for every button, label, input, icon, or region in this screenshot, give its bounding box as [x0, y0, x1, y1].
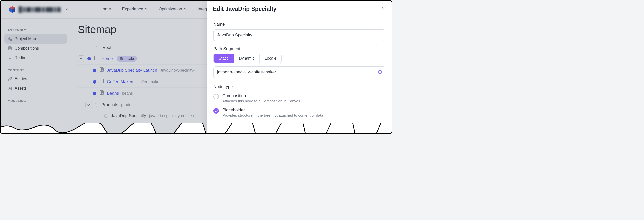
- option-desc: Attaches this node to a Composition in C…: [222, 99, 300, 103]
- primary-nav: Home Experience Optimization Integration…: [98, 1, 221, 19]
- expand-toggle[interactable]: [78, 56, 84, 62]
- node-name: Products: [101, 103, 118, 108]
- node-name[interactable]: JavaDrip Specialty Launch: [107, 68, 157, 73]
- tree-icon: [8, 37, 12, 41]
- node-status-icon: [96, 46, 99, 50]
- sidebar-item-assets[interactable]: Assets: [4, 84, 67, 93]
- nodetype-label: Node type: [214, 85, 385, 90]
- svg-rect-28: [379, 71, 382, 74]
- sidebar-item-entries[interactable]: Entries: [4, 74, 67, 84]
- node-slug: products: [121, 103, 136, 107]
- node-status-icon: [104, 114, 108, 118]
- sidebar-item-compositions[interactable]: Compositions: [4, 44, 67, 53]
- svg-point-10: [9, 88, 10, 88]
- sidebar-item-project-map[interactable]: Project Map: [4, 34, 67, 44]
- node-status-icon: [93, 69, 96, 72]
- node-slug: javadrip-specialty-coffee-m: [149, 114, 197, 118]
- workspace-name-blurred: [19, 7, 61, 13]
- node-slug: JavaDrip-Specialty-: [160, 68, 195, 73]
- node-slug: beans: [122, 91, 133, 96]
- expand-toggle[interactable]: [85, 102, 92, 108]
- node-name[interactable]: Beans: [107, 91, 119, 96]
- sidebar: ASSEMBLY Project Map Compositions Redire…: [1, 19, 71, 133]
- page-icon: [94, 56, 98, 62]
- edit-panel: Edit JavaDrip Specialty Name Path Segmen…: [207, 1, 392, 133]
- sidebar-item-redirects[interactable]: Redirects: [4, 53, 67, 63]
- node-status-icon: [87, 57, 91, 61]
- nodetype-option-placeholder[interactable]: Placeholder Provides structure in the tr…: [214, 108, 385, 117]
- chevron-right-icon: [380, 6, 385, 11]
- path-segment-label: Path Segment: [214, 47, 385, 52]
- chevron-down-icon: [65, 8, 69, 12]
- svg-rect-4: [10, 40, 12, 41]
- segment-dynamic[interactable]: Dynamic: [234, 54, 260, 63]
- sidebar-heading-content: CONTENT: [4, 66, 67, 74]
- name-label: Name: [214, 22, 385, 27]
- page-icon: [99, 90, 104, 97]
- redirect-icon: [8, 56, 12, 60]
- chevron-down-icon: [184, 7, 187, 12]
- node-name[interactable]: Coffee Makers: [107, 80, 134, 85]
- node-name: JavaDrip Specialty: [111, 113, 146, 118]
- workspace-switcher[interactable]: [9, 6, 91, 14]
- option-title: Composition: [222, 94, 300, 99]
- page-icon: [99, 67, 104, 74]
- node-status-icon: [93, 92, 96, 95]
- segment-static[interactable]: Static: [214, 54, 234, 63]
- panel-title: Edit JavaDrip Specialty: [213, 6, 276, 13]
- radio-checked-icon: [214, 108, 219, 114]
- chevron-down-icon: [144, 7, 148, 12]
- option-title: Placeholder: [222, 108, 323, 113]
- nav-experience[interactable]: Experience: [121, 1, 148, 19]
- node-status-icon: [95, 103, 98, 107]
- svg-rect-3: [8, 37, 10, 39]
- copy-icon[interactable]: [377, 69, 382, 75]
- node-name[interactable]: Home: [101, 56, 112, 61]
- nav-optimization[interactable]: Optimization: [158, 1, 188, 19]
- radio-icon: [214, 94, 219, 100]
- path-segment-toggle: Static Dynamic Locale: [214, 54, 282, 63]
- logo-icon: [9, 6, 16, 14]
- doc-icon: [8, 46, 12, 51]
- panel-collapse-button[interactable]: [379, 5, 386, 13]
- pencil-icon: [8, 77, 12, 81]
- nav-home[interactable]: Home: [98, 1, 112, 19]
- sidebar-heading-assembly: ASSEMBLY: [4, 26, 67, 34]
- nodetype-option-composition[interactable]: Composition Attaches this node to a Comp…: [214, 94, 385, 103]
- image-icon: [8, 86, 12, 91]
- segment-locale[interactable]: Locale: [260, 54, 281, 63]
- name-input[interactable]: [214, 30, 385, 41]
- node-name: Root: [102, 45, 111, 50]
- node-slug: coffee-makers: [137, 80, 162, 84]
- option-desc: Provides structure in the tree; not atta…: [222, 113, 323, 117]
- svg-rect-9: [8, 87, 12, 90]
- path-input[interactable]: [214, 67, 385, 78]
- page-icon: [99, 79, 104, 85]
- globe-icon: [120, 57, 123, 61]
- node-status-icon: [93, 80, 96, 84]
- sidebar-heading-modeling: MODELING: [4, 97, 67, 105]
- locale-badge[interactable]: locale: [116, 56, 137, 62]
